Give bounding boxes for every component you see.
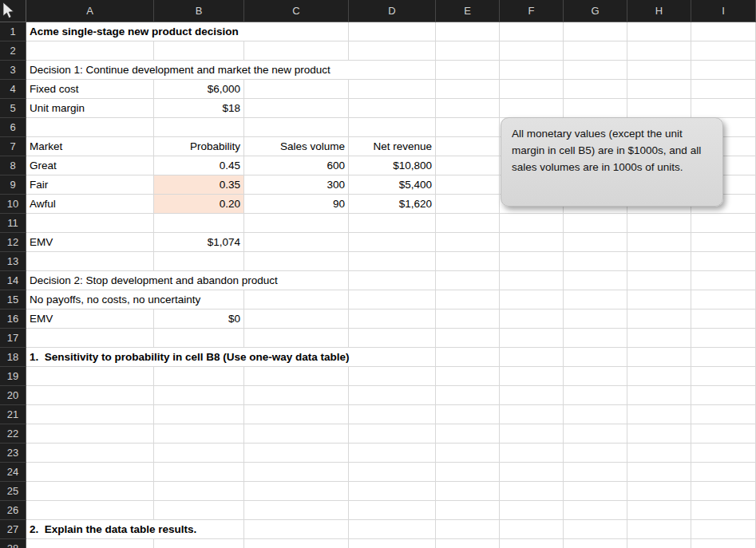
cell-B9[interactable]: 0.35 [154,175,244,195]
cell-I5[interactable] [691,99,756,118]
cell-G22[interactable] [564,424,627,444]
cell-C10[interactable]: 90 [244,195,349,214]
cell-A4[interactable]: Fixed cost [26,80,154,99]
cell-B12[interactable]: $1,074 [154,233,244,252]
cell-C7[interactable]: Sales volume [244,137,349,156]
row-header-4[interactable]: 4 [0,80,26,99]
column-header-A[interactable]: A [26,0,154,22]
cell-G13[interactable] [564,252,627,271]
cell-H26[interactable] [627,501,691,520]
row-header-5[interactable]: 5 [0,99,26,118]
cell-C21[interactable] [244,405,349,424]
cell-H21[interactable] [627,405,691,424]
cell-I20[interactable] [691,386,756,405]
cell-A7[interactable]: Market [26,137,154,156]
cell-D6[interactable] [349,118,436,137]
cell-E24[interactable] [436,463,500,482]
cell-G5[interactable] [564,99,627,118]
cell-C20[interactable] [244,386,349,405]
cell-D26[interactable] [349,501,436,520]
cell-I25[interactable] [691,482,756,501]
cell-I23[interactable] [691,444,756,463]
cell-C12[interactable] [244,233,349,252]
cell-B2[interactable] [154,41,244,61]
cell-B24[interactable] [154,463,244,482]
cell-C23[interactable] [244,444,349,463]
cell-F15[interactable] [500,290,564,309]
cell-C2[interactable] [244,41,349,61]
cell-A9[interactable]: Fair [26,175,154,195]
cell-I13[interactable] [691,252,756,271]
cell-H16[interactable] [627,309,691,329]
cell-F28[interactable] [500,539,564,548]
cell-C11[interactable] [244,214,349,233]
row-header-9[interactable]: 9 [0,175,26,195]
cell-C17[interactable] [244,329,349,348]
cell-C15[interactable] [244,290,349,309]
row-header-12[interactable]: 12 [0,233,26,252]
cell-D7[interactable]: Net revenue [349,137,436,156]
cell-E10[interactable] [436,195,500,214]
cell-E18[interactable] [436,348,500,367]
cell-E8[interactable] [436,156,500,175]
column-header-E[interactable]: E [436,0,500,22]
cell-G20[interactable] [564,386,627,405]
cell-B22[interactable] [154,424,244,444]
cell-E2[interactable] [436,41,500,61]
cell-A20[interactable] [26,386,154,405]
cell-H3[interactable] [627,61,691,80]
cell-I19[interactable] [691,367,756,386]
cell-E6[interactable] [436,118,500,137]
cell-F5[interactable] [500,99,564,118]
cell-D11[interactable] [349,214,436,233]
cell-B11[interactable] [154,214,244,233]
cell-H28[interactable] [627,539,691,548]
cell-E21[interactable] [436,405,500,424]
cell-D14[interactable] [349,271,436,290]
row-header-25[interactable]: 25 [0,482,26,501]
cell-D24[interactable] [349,463,436,482]
cell-D23[interactable] [349,444,436,463]
cell-E25[interactable] [436,482,500,501]
cell-D27[interactable] [349,520,436,539]
cell-F11[interactable] [500,214,564,233]
cell-C19[interactable] [244,367,349,386]
cell-E4[interactable] [436,80,500,99]
cell-I22[interactable] [691,424,756,444]
cell-A5[interactable]: Unit margin [26,99,154,118]
cell-F14[interactable] [500,271,564,290]
row-header-10[interactable]: 10 [0,195,26,214]
cell-F13[interactable] [500,252,564,271]
cell-E17[interactable] [436,329,500,348]
cell-H2[interactable] [627,41,691,61]
cell-B26[interactable] [154,501,244,520]
cell-A6[interactable] [26,118,154,137]
cell-D25[interactable] [349,482,436,501]
cell-C4[interactable] [244,80,349,99]
cell-E5[interactable] [436,99,500,118]
cell-E13[interactable] [436,252,500,271]
row-header-28[interactable]: 28 [0,539,26,548]
cell-E22[interactable] [436,424,500,444]
cell-D9[interactable]: $5,400 [349,175,436,195]
cell-E1[interactable] [436,22,500,41]
cell-E20[interactable] [436,386,500,405]
cell-G26[interactable] [564,501,627,520]
select-all-corner[interactable] [0,0,26,22]
cell-F19[interactable] [500,367,564,386]
cell-F24[interactable] [500,463,564,482]
row-header-24[interactable]: 24 [0,463,26,482]
cell-A8[interactable]: Great [26,156,154,175]
cell-B28[interactable] [154,539,244,548]
row-header-13[interactable]: 13 [0,252,26,271]
row-header-11[interactable]: 11 [0,214,26,233]
cell-B4[interactable]: $6,000 [154,80,244,99]
row-header-17[interactable]: 17 [0,329,26,348]
cell-B20[interactable] [154,386,244,405]
cell-F17[interactable] [500,329,564,348]
row-header-18[interactable]: 18 [0,348,26,367]
cell-D15[interactable] [349,290,436,309]
cell-G1[interactable] [564,22,627,41]
cell-E11[interactable] [436,214,500,233]
cell-I16[interactable] [691,309,756,329]
